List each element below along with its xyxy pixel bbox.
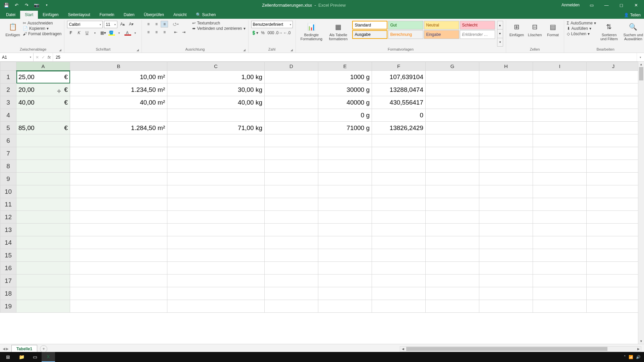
- row-header[interactable]: 9: [0, 173, 16, 185]
- column-header[interactable]: J: [587, 62, 640, 71]
- font-color-icon[interactable]: A: [123, 29, 131, 36]
- styles-scroll-down-icon[interactable]: ▼: [497, 29, 503, 38]
- style-eingabe[interactable]: Eingabe: [424, 30, 459, 39]
- row-header[interactable]: 10: [0, 185, 16, 198]
- column-header[interactable]: A: [16, 62, 70, 71]
- styles-scroll-up-icon[interactable]: ▲: [497, 21, 503, 29]
- conditional-formatting-button[interactable]: 📊Bedingte Formatierung: [299, 21, 325, 47]
- maximize-icon[interactable]: ◻: [614, 0, 628, 10]
- row-header[interactable]: 4: [0, 109, 16, 122]
- cell[interactable]: [479, 147, 533, 160]
- undo-icon[interactable]: ↶: [13, 1, 20, 9]
- cell[interactable]: 430,556417: [372, 96, 426, 109]
- cell[interactable]: [372, 287, 426, 300]
- cell[interactable]: [533, 249, 587, 262]
- grow-font-icon[interactable]: A▴: [119, 21, 126, 27]
- cell[interactable]: [265, 211, 318, 224]
- cell[interactable]: [16, 185, 70, 198]
- cell[interactable]: [426, 134, 479, 147]
- cell[interactable]: [70, 160, 167, 173]
- indent-increase-icon[interactable]: ⇥: [180, 29, 187, 36]
- cell[interactable]: [587, 236, 640, 249]
- cell[interactable]: [479, 262, 533, 275]
- fill-color-icon[interactable]: 🪣: [107, 29, 115, 36]
- cell[interactable]: 107,639104: [372, 71, 426, 83]
- wrap-text-button[interactable]: ↩ Textumbruch: [192, 21, 245, 25]
- cell[interactable]: [426, 275, 479, 287]
- cell[interactable]: 1000 g: [318, 71, 372, 83]
- cell[interactable]: [533, 224, 587, 236]
- cell[interactable]: [479, 287, 533, 300]
- cell[interactable]: [265, 122, 318, 134]
- row-header[interactable]: 7: [0, 147, 16, 160]
- cell[interactable]: [587, 147, 640, 160]
- cell[interactable]: [372, 134, 426, 147]
- border-icon[interactable]: ▦▾: [99, 29, 107, 36]
- cell[interactable]: [265, 147, 318, 160]
- cell[interactable]: [318, 287, 372, 300]
- tab-search[interactable]: 🔍 Suchen: [191, 11, 220, 19]
- cell[interactable]: [70, 300, 167, 313]
- cell[interactable]: [16, 173, 70, 185]
- italic-icon[interactable]: K: [75, 29, 83, 36]
- cell[interactable]: [318, 275, 372, 287]
- cell[interactable]: 0 g: [318, 109, 372, 122]
- cell[interactable]: [265, 134, 318, 147]
- cell[interactable]: [70, 224, 167, 236]
- cell[interactable]: [587, 122, 640, 134]
- cell[interactable]: [265, 287, 318, 300]
- expand-formula-bar-icon[interactable]: ▾: [637, 53, 644, 61]
- cell[interactable]: [533, 96, 587, 109]
- cell[interactable]: [167, 249, 265, 262]
- taskview-icon[interactable]: ▭: [28, 352, 42, 362]
- cell[interactable]: [479, 134, 533, 147]
- redo-icon[interactable]: ↷: [23, 1, 30, 9]
- sheet-nav-next-icon[interactable]: ▶: [6, 347, 9, 351]
- cell[interactable]: [167, 211, 265, 224]
- cell[interactable]: [167, 275, 265, 287]
- row-header[interactable]: 16: [0, 262, 16, 275]
- column-header[interactable]: G: [426, 62, 479, 71]
- fill-color-more-icon[interactable]: ▾: [115, 29, 123, 36]
- cell[interactable]: [479, 160, 533, 173]
- cell[interactable]: [587, 275, 640, 287]
- cell[interactable]: [426, 300, 479, 313]
- tab-review[interactable]: Überprüfen: [139, 11, 169, 19]
- cell[interactable]: [533, 211, 587, 224]
- cell[interactable]: [372, 300, 426, 313]
- tray-up-icon[interactable]: ˄: [624, 355, 626, 359]
- qat-more-icon[interactable]: ▾: [43, 1, 50, 9]
- cell[interactable]: [265, 198, 318, 211]
- cell[interactable]: [372, 236, 426, 249]
- cell[interactable]: 40000 g: [318, 96, 372, 109]
- shrink-font-icon[interactable]: A▾: [127, 21, 135, 27]
- excel-taskbar-icon[interactable]: X: [42, 352, 55, 362]
- sort-filter-button[interactable]: ⇅Sortieren und Filtern: [598, 21, 620, 47]
- scroll-right-icon[interactable]: ▶: [636, 347, 641, 351]
- column-header[interactable]: D: [265, 62, 318, 71]
- cell[interactable]: 1.234,50 m²: [70, 83, 167, 96]
- tab-layout[interactable]: Seitenlayout: [63, 11, 95, 19]
- find-select-button[interactable]: 🔍Suchen und Auswählen: [622, 21, 644, 47]
- cell[interactable]: 40,00€: [16, 96, 70, 109]
- cell[interactable]: [426, 71, 479, 83]
- volume-icon[interactable]: 🔊: [636, 355, 641, 359]
- cell[interactable]: [426, 173, 479, 185]
- cell[interactable]: [372, 262, 426, 275]
- ribbon-options-icon[interactable]: ▭: [585, 0, 598, 10]
- cell[interactable]: [318, 249, 372, 262]
- tab-formulas[interactable]: Formeln: [95, 11, 119, 19]
- cell[interactable]: [587, 134, 640, 147]
- style-erklaerender[interactable]: Erklärender …: [460, 30, 495, 39]
- cell[interactable]: [479, 300, 533, 313]
- cell[interactable]: [70, 211, 167, 224]
- dialog-launcher-icon[interactable]: ◢: [290, 48, 293, 52]
- cell[interactable]: 71000 g: [318, 122, 372, 134]
- dialog-launcher-icon[interactable]: ◢: [59, 48, 61, 52]
- cell[interactable]: [533, 198, 587, 211]
- network-icon[interactable]: 📶: [629, 355, 633, 359]
- row-header[interactable]: 5: [0, 122, 16, 134]
- cell[interactable]: [426, 198, 479, 211]
- row-header[interactable]: 14: [0, 236, 16, 249]
- font-name-combo[interactable]: Calibri▾: [67, 21, 103, 28]
